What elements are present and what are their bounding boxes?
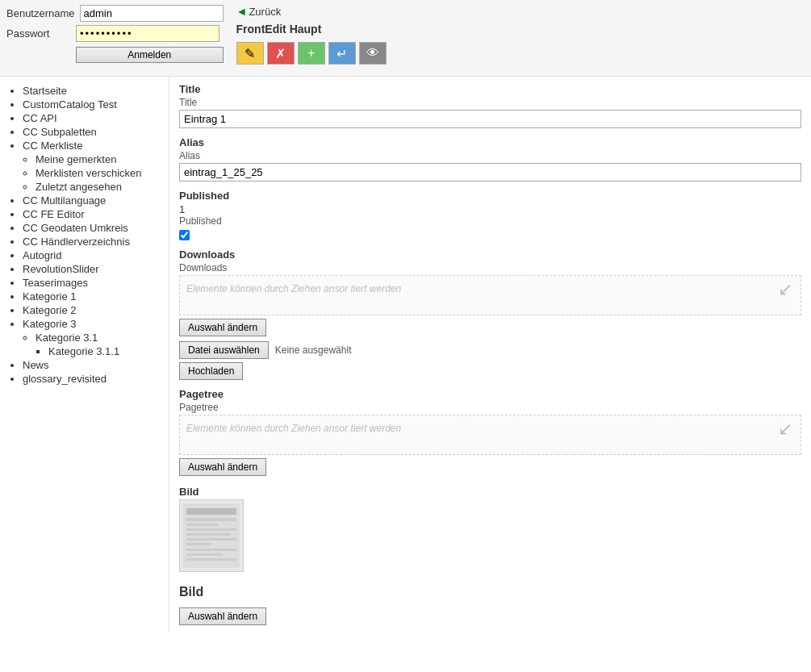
benutzername-label: Benutzername <box>6 7 75 19</box>
passwort-label: Passwort <box>6 27 71 40</box>
sidebar-item-meine-gemerkten[interactable]: Meine gemerkten <box>36 153 116 165</box>
pagetree-label: Pagetree <box>179 388 801 400</box>
svg-rect-8 <box>186 549 236 551</box>
sidebar: Startseite CustomCatalog Test CC API CC … <box>0 77 169 632</box>
svg-rect-1 <box>186 508 236 515</box>
move-button[interactable]: ↵ <box>328 42 356 65</box>
bild-section: Bild <box>179 486 801 572</box>
pagetree-sublabel: Pagetree <box>179 402 801 413</box>
svg-rect-5 <box>186 533 231 536</box>
username-input[interactable] <box>80 5 224 22</box>
published-checkbox[interactable] <box>179 230 190 240</box>
bild-auswahl-button[interactable]: Auswahl ändern <box>179 607 266 625</box>
svg-rect-2 <box>186 518 236 521</box>
sidebar-item-kategorie1[interactable]: Kategorie 1 <box>23 290 77 303</box>
bild-thumbnail <box>179 499 244 572</box>
downloads-sublabel: Downloads <box>179 262 801 273</box>
sidebar-item-kategorie31[interactable]: Kategorie 3.1 <box>36 332 98 344</box>
title-input[interactable] <box>179 110 801 128</box>
sidebar-item-autogrid[interactable]: Autogrid <box>23 249 61 261</box>
sidebar-item-revolutionslider[interactable]: RevolutionSlider <box>23 263 99 275</box>
no-file-label: Keine ausgewählt <box>275 344 352 356</box>
bild-inline-label: Bild <box>179 486 801 498</box>
back-arrow-icon: ◄ <box>236 5 248 18</box>
published-label: Published <box>179 190 801 202</box>
pagetree-auswahl-button[interactable]: Auswahl ändern <box>179 458 266 476</box>
published-sublabel: Published <box>179 215 801 227</box>
published-value: 1 <box>179 203 801 215</box>
content-area: Title Title Alias Alias Published 1 Publ… <box>169 77 811 632</box>
sidebar-item-news[interactable]: News <box>23 359 49 371</box>
pagetree-arrow-icon: ↙ <box>778 419 792 440</box>
downloads-label: Downloads <box>179 248 801 261</box>
sidebar-item-zuletzt-angesehen[interactable]: Zuletzt angesehen <box>36 181 122 193</box>
svg-rect-3 <box>186 524 219 526</box>
svg-rect-10 <box>186 558 236 561</box>
password-input[interactable] <box>76 25 219 42</box>
sidebar-item-kategorie2[interactable]: Kategorie 2 <box>23 304 77 316</box>
sidebar-item-kategorie3[interactable]: Kategorie 3 <box>23 318 77 330</box>
sidebar-item-cc-multilanguage[interactable]: CC Multilanguage <box>23 194 106 207</box>
datei-auswaehlen-button[interactable]: Datei auswählen <box>179 341 269 359</box>
pagetree-field-group: Pagetree Pagetree ↙ Elemente können durc… <box>179 388 801 476</box>
downloads-field-group: Downloads Downloads ↙ Elemente können du… <box>179 248 801 380</box>
sidebar-item-cc-haendler[interactable]: CC Händlerverzeichnis <box>23 236 130 248</box>
title-sublabel: Title <box>179 97 801 108</box>
title-field-group: Title Title <box>179 83 801 128</box>
sidebar-item-customcatalog[interactable]: CustomCatalog Test <box>23 98 117 111</box>
sidebar-item-cc-subpaletten[interactable]: CC Subpaletten <box>23 126 97 138</box>
downloads-auswahl-button[interactable]: Auswahl ändern <box>179 319 266 336</box>
view-button[interactable]: 👁 <box>359 42 387 65</box>
bild-section-heading: Bild <box>179 585 801 599</box>
edit-button[interactable]: ✎ <box>236 42 264 65</box>
alias-input[interactable] <box>179 163 801 182</box>
anmelden-button[interactable]: Anmelden <box>76 47 224 63</box>
sidebar-item-teaserimages[interactable]: Teaserimages <box>23 277 88 289</box>
svg-rect-6 <box>186 538 236 541</box>
downloads-arrow-icon: ↙ <box>778 279 792 300</box>
alias-label: Alias <box>179 136 801 148</box>
delete-button[interactable]: ✗ <box>267 42 295 65</box>
svg-rect-4 <box>186 528 236 531</box>
sidebar-item-merklisten-verschicken[interactable]: Merklisten verschicken <box>36 167 142 179</box>
title-label: Title <box>179 83 801 95</box>
sidebar-item-glossary[interactable]: glossary_revisited <box>23 373 107 385</box>
svg-rect-9 <box>186 553 223 556</box>
back-link[interactable]: ◄ Zurück <box>236 5 805 18</box>
page-title: FrontEdit Haupt <box>236 23 805 35</box>
alias-field-group: Alias Alias <box>179 136 801 182</box>
sidebar-item-cc-api[interactable]: CC API <box>23 112 57 124</box>
downloads-placeholder-text: Elemente können durch Ziehen ansor tiert… <box>186 283 401 294</box>
add-button[interactable]: + <box>298 42 325 65</box>
hochladen-button[interactable]: Hochladen <box>179 362 243 380</box>
sidebar-item-cc-merkliste[interactable]: CC Merkliste <box>23 140 82 152</box>
sidebar-item-startseite[interactable]: Startseite <box>23 85 67 97</box>
svg-rect-7 <box>186 543 211 545</box>
sidebar-item-cc-fe-editor[interactable]: CC FE Editor <box>23 208 85 220</box>
toolbar: ✎ ✗ + ↵ 👁 <box>236 42 805 65</box>
pagetree-placeholder-text: Elemente können durch Ziehen ansor tiert… <box>186 423 401 434</box>
alias-sublabel: Alias <box>179 150 801 161</box>
sidebar-item-kategorie311[interactable]: Kategorie 3.1.1 <box>48 345 119 357</box>
sidebar-item-cc-geodaten[interactable]: CC Geodaten Umkreis <box>23 222 128 234</box>
published-field-group: Published 1 Published <box>179 190 801 240</box>
